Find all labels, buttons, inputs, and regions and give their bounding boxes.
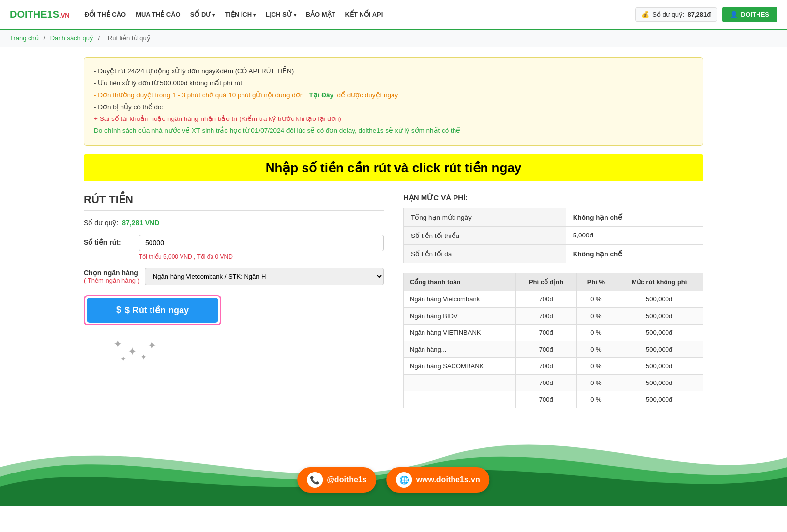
- fee-row-5: 700đ 0 % 500,000đ: [404, 374, 703, 391]
- bank-add-link[interactable]: ( Thêm ngân hàng ): [84, 277, 140, 284]
- fee-cell-bank-2: Ngân hàng VIETINBANK: [404, 324, 516, 341]
- bank-select-row: Chọn ngân hàng ( Thêm ngân hàng ) Ngân h…: [84, 268, 384, 285]
- bank-select[interactable]: Ngân hàng Vietcombank / STK: Ngân H: [145, 268, 384, 285]
- logo-suffix: .VN: [59, 12, 70, 19]
- telegram-label: @doithe1s: [327, 475, 366, 484]
- phone-icon: 📞: [307, 472, 323, 488]
- fee-cell-fixed-1: 700đ: [515, 307, 576, 324]
- logo-text: DOITHE1S: [10, 9, 59, 20]
- fee-cell-bank-1: Ngân hàng BIDV: [404, 307, 516, 324]
- fee-cell-free-4: 500,000đ: [615, 357, 703, 374]
- sparkle-5: ✦: [140, 353, 147, 362]
- fee-row-0: Ngân hàng Vietcombank 700đ 0 % 500,000đ: [404, 291, 703, 307]
- limit-label-1: Tổng hạn mức ngày: [404, 208, 566, 226]
- rut-tien-title: RÚT TIỀN: [84, 193, 384, 211]
- han-muc-title: HẠN MỨC VÀ PHÍ:: [403, 193, 703, 202]
- fee-cell-bank-3: Ngân hàng...: [404, 341, 516, 357]
- limit-label-2: Số tiền tối thiểu: [404, 226, 566, 244]
- header-right: 💰 Số dư quỹ: 87,281đ 👤 DOITHES: [635, 7, 777, 22]
- balance-amount: 87,281đ: [688, 11, 711, 18]
- fee-cell-fixed-6: 700đ: [515, 391, 576, 408]
- nav-so-du[interactable]: SỐ DƯ: [190, 11, 215, 18]
- highlight-banner: Nhập số tiền cần rút và click rút tiền n…: [84, 154, 703, 181]
- logo[interactable]: DOITHE1S.VN: [10, 8, 70, 21]
- fee-table-header: Cổng thanh toán Phí cố định Phí % Mức rú…: [404, 273, 703, 291]
- limit-label-3: Số tiền tối đa: [404, 244, 566, 263]
- fee-cell-fixed-3: 700đ: [515, 341, 576, 357]
- so-tien-input[interactable]: [139, 235, 384, 251]
- breadcrumb-current: Rút tiền từ quỹ: [108, 34, 151, 42]
- limit-value-2: 5,000đ: [566, 226, 703, 244]
- fee-col-fixed: Phí cố định: [515, 273, 576, 291]
- wallet-icon: 💰: [641, 11, 649, 18]
- fee-cell-percent-3: 0 %: [576, 341, 615, 357]
- main-nav: ĐỔI THẺ CÀO MUA THẺ CÀO SỐ DƯ TIỆN ÍCH L…: [85, 11, 636, 18]
- fee-cell-free-0: 500,000đ: [615, 291, 703, 307]
- fee-cell-fixed-2: 700đ: [515, 324, 576, 341]
- fee-cell-percent-0: 0 %: [576, 291, 615, 307]
- fee-cell-fixed-5: 700đ: [515, 374, 576, 391]
- breadcrumb-sep2: /: [98, 34, 102, 42]
- info-line-3: - Đơn thường duyệt trong 1 - 3 phút chờ …: [94, 89, 693, 101]
- fee-cell-fixed-0: 700đ: [515, 291, 576, 307]
- so-tien-hint: Tối thiểu 5,000 VND , Tối đa 0 VND: [139, 253, 384, 260]
- social-badges: 📞 @doithe1s 🌐 www.doithe1s.vn: [297, 467, 489, 493]
- nav-lich-su[interactable]: LỊCH SỬ: [266, 11, 296, 18]
- breadcrumb-danh-sach-quy[interactable]: Danh sách quỹ: [50, 34, 93, 42]
- fee-cell-free-5: 500,000đ: [615, 374, 703, 391]
- fee-row-1: Ngân hàng BIDV 700đ 0 % 500,000đ: [404, 307, 703, 324]
- limits-table: Tổng hạn mức ngày Không hạn chế Số tiền …: [403, 208, 703, 263]
- fee-cell-bank-4: Ngân hàng SACOMBANK: [404, 357, 516, 374]
- sparkle-4: ✦: [121, 355, 126, 363]
- fee-cell-percent-6: 0 %: [576, 391, 615, 408]
- limit-value-1: Không hạn chế: [566, 208, 703, 226]
- fee-col-percent: Phí %: [576, 273, 615, 291]
- bank-label: Chọn ngân hàng: [84, 269, 140, 277]
- sparkle-1: ✦: [113, 338, 122, 351]
- han-muc-section: HẠN MỨC VÀ PHÍ: Tổng hạn mức ngày Không …: [403, 193, 703, 408]
- fee-cell-percent-5: 0 %: [576, 374, 615, 391]
- rut-tien-btn-label: $ Rút tiền ngay: [125, 305, 189, 316]
- nav-tien-ich[interactable]: TIỆN ÍCH: [225, 11, 256, 18]
- fee-table: Cổng thanh toán Phí cố định Phí % Mức rú…: [403, 273, 703, 408]
- fee-col-bank: Cổng thanh toán: [404, 273, 516, 291]
- nav-ket-noi-api[interactable]: KẾT NỐI API: [345, 11, 383, 18]
- web-label: www.doithe1s.vn: [416, 475, 480, 484]
- rut-btn-wrap: $ $ Rút tiền ngay: [84, 295, 221, 325]
- balance-info-amount: 87,281 VND: [122, 219, 159, 227]
- web-badge[interactable]: 🌐 www.doithe1s.vn: [387, 467, 490, 493]
- so-tien-label: Số tiền rút:: [84, 235, 133, 246]
- info-line-5: + Sai số tài khoản hoặc ngân hàng nhận b…: [94, 113, 693, 125]
- header: DOITHE1S.VN ĐỔI THẺ CÀO MUA THẺ CÀO SỐ D…: [0, 0, 787, 30]
- sparkle-3: ✦: [148, 339, 156, 352]
- dollar-icon: $: [116, 305, 121, 315]
- globe-icon: 🌐: [396, 472, 412, 488]
- fee-cell-free-1: 500,000đ: [615, 307, 703, 324]
- fee-row-4: Ngân hàng SACOMBANK 700đ 0 % 500,000đ: [404, 357, 703, 374]
- fee-col-free: Mức rút không phí: [615, 273, 703, 291]
- telegram-badge[interactable]: 📞 @doithe1s: [297, 467, 376, 493]
- main-content: - Duyệt rút 24/24 tự động xử lý đơn ngày…: [74, 47, 713, 418]
- nav-bao-mat[interactable]: BẢO MẬT: [306, 11, 335, 18]
- login-button[interactable]: 👤 DOITHES: [722, 7, 777, 22]
- tai-day-link[interactable]: Tại Đây: [309, 91, 334, 99]
- fee-cell-percent-2: 0 %: [576, 324, 615, 341]
- balance-display: 💰 Số dư quỹ: 87,281đ: [635, 7, 717, 22]
- fee-cell-free-6: 500,000đ: [615, 391, 703, 408]
- nav-doi-the-cao[interactable]: ĐỔI THẺ CÀO: [85, 11, 126, 18]
- fee-cell-percent-4: 0 %: [576, 357, 615, 374]
- nav-mua-the-cao[interactable]: MUA THẺ CÀO: [136, 11, 181, 18]
- rut-tien-button[interactable]: $ $ Rút tiền ngay: [87, 298, 218, 323]
- fee-row-3: Ngân hàng... 700đ 0 % 500,000đ: [404, 341, 703, 357]
- limit-row-1: Tổng hạn mức ngày Không hạn chế: [404, 208, 703, 226]
- fee-cell-bank-6: [404, 391, 516, 408]
- info-line-1: - Duyệt rút 24/24 tự động xử lý đơn ngày…: [94, 65, 693, 77]
- limit-value-3: Không hạn chế: [566, 244, 703, 263]
- fee-cell-percent-1: 0 %: [576, 307, 615, 324]
- rut-tien-section: RÚT TIỀN Số dư quỹ: 87,281 VND Số tiền r…: [84, 193, 384, 375]
- fee-cell-bank-5: [404, 374, 516, 391]
- sparkle-decoration: ✦ ✦ ✦ ✦ ✦: [84, 335, 384, 375]
- breadcrumb-home[interactable]: Trang chủ: [10, 34, 39, 42]
- info-line-4: - Đơn bị hủy có thể do:: [94, 101, 693, 113]
- limit-row-2: Số tiền tối thiểu 5,000đ: [404, 226, 703, 244]
